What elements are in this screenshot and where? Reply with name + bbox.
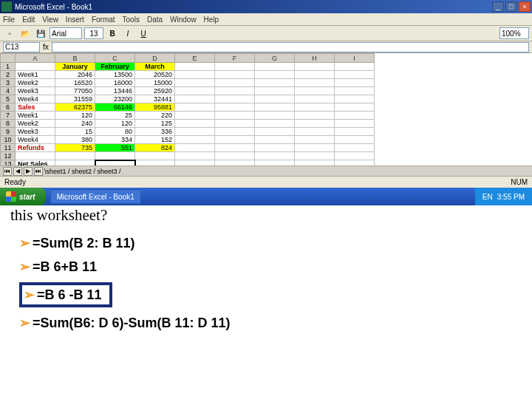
cell[interactable]: 120 bbox=[95, 120, 135, 128]
cell[interactable]: 16520 bbox=[55, 79, 95, 87]
cell[interactable]: 240 bbox=[55, 120, 95, 128]
cell[interactable] bbox=[335, 120, 375, 128]
cell[interactable] bbox=[255, 95, 295, 103]
cell[interactable] bbox=[175, 144, 215, 152]
cell[interactable] bbox=[255, 152, 295, 160]
cell[interactable] bbox=[215, 112, 255, 120]
row-header[interactable]: 6 bbox=[1, 103, 16, 112]
cell[interactable]: 13500 bbox=[95, 71, 135, 79]
cell[interactable]: 23200 bbox=[95, 95, 135, 103]
cell[interactable]: Week4 bbox=[16, 95, 55, 103]
sheet-area[interactable]: ABCDEFGHI 1JanuaryFebruaryMarch2Week1204… bbox=[0, 53, 532, 166]
cell[interactable] bbox=[175, 152, 215, 160]
row-header[interactable]: 7 bbox=[1, 112, 16, 120]
tab-nav-prev[interactable]: ◀ bbox=[13, 167, 22, 176]
answer-option-2[interactable]: ➢=B 6+B 11 bbox=[19, 259, 522, 275]
cell[interactable] bbox=[215, 160, 255, 166]
cell[interactable] bbox=[175, 103, 215, 112]
menu-tools[interactable]: Tools bbox=[123, 16, 140, 24]
cell[interactable]: 824 bbox=[135, 144, 175, 152]
cell[interactable]: 551 bbox=[95, 144, 135, 152]
col-header-F[interactable]: F bbox=[215, 54, 255, 63]
cell[interactable] bbox=[135, 160, 175, 166]
cell[interactable] bbox=[215, 128, 255, 136]
menu-file[interactable]: File bbox=[3, 16, 15, 24]
cell[interactable] bbox=[255, 120, 295, 128]
cell[interactable] bbox=[16, 63, 55, 71]
cell[interactable] bbox=[175, 79, 215, 87]
cell[interactable]: 66146 bbox=[95, 103, 135, 112]
cell[interactable]: Refunds bbox=[16, 144, 55, 152]
fx-icon[interactable]: fx bbox=[43, 43, 49, 51]
cell[interactable] bbox=[215, 79, 255, 87]
row-header[interactable]: 4 bbox=[1, 87, 16, 95]
cell[interactable] bbox=[335, 71, 375, 79]
cell[interactable]: 120 bbox=[55, 112, 95, 120]
cell[interactable]: 2046 bbox=[55, 71, 95, 79]
cell[interactable] bbox=[95, 160, 135, 166]
cell[interactable]: Week3 bbox=[16, 128, 55, 136]
row-header[interactable]: 2 bbox=[1, 71, 16, 79]
cell[interactable] bbox=[295, 152, 335, 160]
col-header-I[interactable]: I bbox=[335, 54, 375, 63]
cell[interactable] bbox=[335, 160, 375, 166]
cell[interactable] bbox=[335, 152, 375, 160]
cell[interactable]: March bbox=[135, 63, 175, 71]
corner-cell[interactable] bbox=[1, 54, 16, 63]
row-header[interactable]: 9 bbox=[1, 128, 16, 136]
cell[interactable] bbox=[295, 160, 335, 166]
cell[interactable]: 380 bbox=[55, 136, 95, 144]
taskbar-item-excel[interactable]: Microsoft Excel - Book1 bbox=[50, 189, 141, 204]
cell[interactable] bbox=[335, 144, 375, 152]
menu-edit[interactable]: Edit bbox=[22, 16, 35, 24]
cell[interactable] bbox=[175, 128, 215, 136]
cell[interactable] bbox=[215, 152, 255, 160]
cell[interactable]: 15 bbox=[55, 128, 95, 136]
cell[interactable] bbox=[255, 87, 295, 95]
zoom-selector[interactable]: 100% bbox=[499, 27, 529, 39]
cell[interactable] bbox=[295, 95, 335, 103]
maximize-button[interactable]: □ bbox=[505, 1, 517, 12]
cell[interactable]: Week2 bbox=[16, 120, 55, 128]
cell[interactable] bbox=[295, 112, 335, 120]
row-header[interactable]: 13 bbox=[1, 160, 16, 166]
cell[interactable] bbox=[215, 71, 255, 79]
col-header-G[interactable]: G bbox=[255, 54, 295, 63]
row-header[interactable]: 8 bbox=[1, 120, 16, 128]
answer-option-1[interactable]: ➢=Sum(B 2: B 11) bbox=[19, 235, 522, 251]
cell[interactable] bbox=[255, 112, 295, 120]
cell[interactable] bbox=[335, 63, 375, 71]
name-box[interactable]: C13 bbox=[3, 42, 40, 52]
minimize-button[interactable]: _ bbox=[492, 1, 504, 12]
cell[interactable] bbox=[255, 136, 295, 144]
cell[interactable]: 25920 bbox=[135, 87, 175, 95]
new-icon[interactable]: ▫ bbox=[3, 27, 16, 40]
cell[interactable] bbox=[255, 160, 295, 166]
cell[interactable] bbox=[215, 103, 255, 112]
cell[interactable] bbox=[215, 120, 255, 128]
cell[interactable]: 77050 bbox=[55, 87, 95, 95]
col-header-D[interactable]: D bbox=[135, 54, 175, 63]
row-header[interactable]: 10 bbox=[1, 136, 16, 144]
save-icon[interactable]: 💾 bbox=[34, 27, 47, 40]
cell[interactable]: February bbox=[95, 63, 135, 71]
cell[interactable] bbox=[255, 71, 295, 79]
cell[interactable]: 95881 bbox=[135, 103, 175, 112]
cell[interactable]: January bbox=[55, 63, 95, 71]
underline-icon[interactable]: U bbox=[137, 27, 150, 40]
menu-help[interactable]: Help bbox=[204, 16, 219, 24]
cell[interactable] bbox=[215, 95, 255, 103]
cell[interactable] bbox=[175, 136, 215, 144]
cell[interactable] bbox=[175, 120, 215, 128]
cell[interactable] bbox=[335, 95, 375, 103]
cell[interactable] bbox=[255, 103, 295, 112]
cell[interactable]: 31559 bbox=[55, 95, 95, 103]
cell[interactable] bbox=[175, 95, 215, 103]
cell[interactable]: 25 bbox=[95, 112, 135, 120]
cell[interactable]: 62375 bbox=[55, 103, 95, 112]
cell[interactable] bbox=[295, 71, 335, 79]
cell[interactable]: 15000 bbox=[135, 79, 175, 87]
row-header[interactable]: 1 bbox=[1, 63, 16, 71]
cell[interactable]: Week1 bbox=[16, 71, 55, 79]
cell[interactable] bbox=[295, 103, 335, 112]
